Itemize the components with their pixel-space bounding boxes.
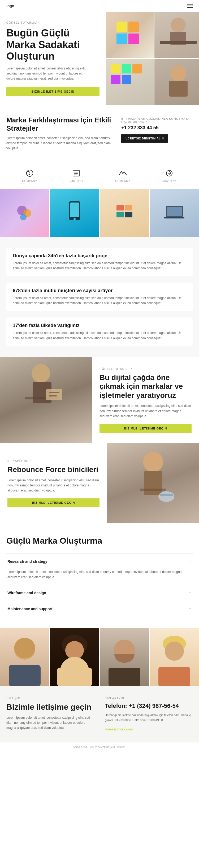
hero-title: Bugün Güçlü Marka Sadakati Oluşturun: [6, 27, 100, 62]
ne-desc: Lorem ipsum dolor sit amet, consetetur s…: [7, 478, 100, 493]
svg-rect-48: [9, 665, 41, 686]
svg-rect-29: [125, 205, 132, 211]
ne-right-image: [107, 443, 199, 523]
hero-section: GÖRSEL TUTARLILIK Bugün Güçlü Marka Sada…: [0, 12, 199, 105]
ne-image-fill: [107, 443, 199, 523]
svg-rect-43: [140, 489, 166, 491]
stat-title-3: 17'den fazla ülkede varlığımız: [13, 323, 186, 328]
stat-title-1: Dünya çapında 345'ten fazla başarılı pro…: [13, 253, 186, 259]
collage-person-2: [154, 59, 199, 104]
phone-icon: [67, 200, 82, 226]
brand-diff-title: Marka Farklılaştırması İçin Etkili Strat…: [6, 116, 113, 132]
ne-cta-button[interactable]: BİZİMLE İLETİŞİME GEÇİN: [7, 498, 100, 507]
svg-rect-8: [122, 64, 131, 73]
accordion-toggle-1[interactable]: +: [188, 558, 192, 564]
stat-item-1: Dünya çapında 345'ten fazla başarılı pro…: [6, 248, 193, 276]
svg-rect-13: [169, 81, 188, 97]
photo-cell-1: [0, 189, 49, 237]
logo-label-3: COMPANY: [115, 180, 130, 183]
team-photos-section: [0, 628, 199, 686]
svg-rect-6: [160, 41, 197, 44]
accordion-header-1[interactable]: Research and strategy +: [6, 554, 193, 569]
accordion-toggle-3[interactable]: +: [188, 606, 192, 612]
team-person-2-svg: [53, 633, 96, 686]
stat-title-2: 678'den fazla mutlu müşteri ve sayısı ar…: [13, 288, 186, 293]
svg-rect-3: [128, 34, 139, 44]
svg-rect-7: [111, 64, 120, 73]
svg-point-24: [20, 214, 27, 220]
svg-point-50: [65, 641, 84, 660]
photo-cell-4: [150, 189, 199, 237]
hero-description: Lorem ipsum dolor sit amet, consectetur …: [6, 66, 91, 82]
company-logo-3: [118, 169, 128, 177]
photo-image-2: [50, 189, 99, 237]
split-cta-button[interactable]: BİZİMLE İLETİŞİME GEÇİN: [100, 424, 192, 433]
team-photo-1: [0, 628, 49, 686]
brand-diff-cta-button[interactable]: ÜCRETSİZ DENETİM ALIN: [121, 134, 168, 143]
svg-point-35: [32, 364, 50, 383]
svg-rect-28: [117, 205, 124, 211]
laptop-icon: [164, 203, 185, 224]
contact-email[interactable]: örnek@örnek.com: [105, 727, 133, 731]
photo-cell-3: [100, 189, 149, 237]
split-section: GÖRSEL TUTARLILIK Bu dijital çağda öne ç…: [0, 357, 199, 443]
brand-build-section: Güçlü Marka Oluşturma Research and strat…: [0, 523, 199, 617]
svg-rect-45: [160, 494, 173, 496]
logo-icon-1: [23, 168, 36, 178]
logo-label-2: COMPANY: [69, 180, 84, 183]
contact-section: İLETİŞİM Bizimle iletişime geçin Lorem i…: [0, 686, 199, 742]
svg-rect-38: [46, 389, 62, 400]
accordion-item-2: Wireframe and design + Lorem ipsum dolor…: [6, 585, 193, 601]
photo-image-1: [0, 189, 49, 237]
contact-desc: Lorem ipsum dolor sit amet, consetetur s…: [6, 715, 94, 731]
team-person-3-svg: [103, 633, 146, 686]
accordion-header-3[interactable]: Maintenance and support +: [6, 601, 193, 617]
photo-image-4: [150, 189, 199, 237]
accordion-toggle-2[interactable]: +: [188, 590, 192, 596]
svg-point-4: [171, 18, 186, 32]
photo-grid: [0, 189, 199, 237]
stats-section: Dünya çapında 345'ten fazla başarılı pro…: [0, 237, 199, 357]
svg-rect-11: [122, 75, 131, 84]
company-logo-4: [164, 169, 174, 177]
company-logo-1: [25, 169, 35, 177]
logo-label-1: COMPANY: [22, 180, 37, 183]
logo-icon-4: [163, 168, 176, 178]
hero-collage: [106, 12, 199, 102]
brand-build-title: Güçlü Marka Oluşturma: [6, 536, 193, 546]
logo-icon-2: [70, 168, 82, 178]
ne-title: Rebounce Force binicileri: [7, 465, 100, 474]
hero-collage-cell-2: [154, 12, 199, 58]
contact-hours: Herhangı bir işletme hakkında bilgi alma…: [105, 713, 193, 722]
company-logo-2: [71, 169, 81, 177]
contact-right: BIZI ARAYIN Telefon: +1 (324) 987-56-54 …: [105, 697, 193, 732]
accordion-title-2: Wireframe and design: [7, 591, 46, 595]
svg-rect-0: [117, 22, 127, 32]
hamburger-line-3: [187, 7, 193, 8]
hero-cta-button[interactable]: BİZİMLE İLETİŞİME GEÇİN: [6, 87, 100, 96]
logo-item-1: COMPANY: [22, 168, 37, 183]
ne-section: NE YAPIYORUZ Rebounce Force binicileri L…: [0, 443, 199, 523]
svg-point-15: [26, 172, 30, 175]
svg-point-12: [170, 65, 186, 82]
brand-diff-desc: Lorem ipsum dolor sit amet, consetetur s…: [6, 136, 113, 151]
photo-icon-1: [14, 203, 35, 224]
svg-rect-42: [144, 471, 162, 495]
hamburger-line-1: [187, 4, 193, 4]
svg-rect-30: [117, 212, 124, 217]
contact-reach-tag: BIZI ARAYIN: [105, 697, 193, 700]
accordion-body-1: Lorem ipsum dolor sit amet, consetetur s…: [6, 569, 193, 585]
brand-diff-left: Marka Farklılaştırması İçin Etkili Strat…: [6, 116, 113, 151]
svg-rect-54: [109, 668, 141, 686]
stat-item-3: 17'den fazla ülkede varlığımız Lorem ips…: [6, 317, 193, 346]
svg-rect-16: [73, 170, 79, 176]
hamburger-line-2: [187, 6, 193, 6]
accordion-header-2[interactable]: Wireframe and design +: [6, 585, 193, 601]
photo-cell-2: [50, 189, 99, 237]
ne-left-content: NE YAPIYORUZ Rebounce Force binicileri L…: [0, 443, 107, 523]
stat-desc-3: Lorem ipsum dolor sit amet, consetetur s…: [13, 331, 186, 341]
logo-item-2: COMPANY: [69, 168, 84, 183]
svg-point-56: [165, 642, 184, 661]
logo: logo: [6, 4, 14, 8]
hamburger-menu[interactable]: [187, 4, 193, 8]
